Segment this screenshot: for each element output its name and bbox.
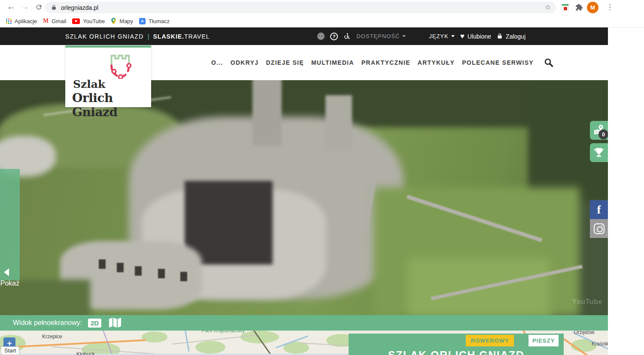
refresh-icon[interactable] [35,3,43,13]
logo-text-line2: Orlich Gniazd [72,91,151,119]
extension-icon[interactable] [562,4,569,11]
bookmarks-bar: Aplikacje M Gmail YouTube Mapy A Tłumacz [0,15,644,27]
accessibility-menu[interactable]: DOSTĘPNOŚĆ [356,33,406,39]
youtube-icon [72,18,80,24]
chevron-down-icon [402,35,406,37]
facebook-button[interactable]: f [590,200,608,219]
show-panel[interactable]: Pokaż [0,169,20,280]
instagram-icon [594,223,605,234]
keep-tower [252,80,282,146]
extensions-puzzle-icon[interactable] [575,3,583,13]
youtube-watermark: YouTube [572,298,602,306]
heart-icon: ♥ [460,33,465,40]
window [99,259,106,269]
search-icon[interactable] [544,57,554,68]
site-logo[interactable]: Szlak Orlich Gniazd [65,45,151,107]
main-nav: O... ODKRYJ DZIEJE SIĘ MULTIMEDIA PRAKTY… [211,45,554,80]
nav-item-multimedia[interactable]: MULTIMEDIA [311,59,354,66]
bookmark-translate[interactable]: A Tłumacz [139,18,170,24]
map-label-krasnik: Kraśnik [592,341,608,347]
trophy-button[interactable] [590,143,608,162]
padlock-icon [497,33,503,39]
url-text: orlegniazda.pl [61,4,98,11]
window [180,272,187,281]
contrast-icon[interactable] [317,33,325,40]
nav-item-artykuly[interactable]: ARTYKUŁY [418,59,455,66]
map-label-krzepice: Krzepice [42,334,62,340]
site-topbar: SZLAK ORLICH GNIAZD | SLASKIE.TRAVEL ? D… [0,27,608,45]
apps-grid-icon [6,18,12,24]
facebook-icon: f [597,203,601,217]
nav-item-o[interactable]: O... [211,59,223,66]
folded-map-button[interactable] [108,318,122,328]
bookmark-youtube[interactable]: YouTube [72,18,105,24]
favorites-link[interactable]: ♥ Ulubione [460,33,491,40]
poland-flag-icon[interactable] [411,33,423,40]
show-panel-label: Pokaż [0,280,22,287]
walk-route-button[interactable]: PIESZY [529,335,559,346]
nav-item-dzieje-sie[interactable]: DZIEJE SIĘ [266,59,304,66]
trail-panel: ROWEROWY PIESZY SZLAK ORLICH GNIAZD [349,334,564,355]
help-icon[interactable]: ? [330,33,338,40]
map-label-klobuck: Kłobuck [76,351,95,355]
map-green-patch [195,341,225,354]
bookmark-gmail[interactable]: M Gmail [43,18,66,24]
castle-route-icon [106,52,135,79]
window [158,269,165,278]
start-tooltip: Start [1,346,19,355]
logo-green-strip [65,45,151,48]
folded-map-icon [108,318,122,328]
map-preview[interactable]: Krzepice Kłobuck Urzędów Kraśnik Park Kr… [0,331,608,355]
side-tower [325,95,352,149]
topbar-partner-link[interactable]: SLASKIE.TRAVEL [153,33,210,40]
bookmark-maps[interactable]: Mapy [111,18,133,25]
trophy-icon [593,147,605,158]
nav-item-odkryj[interactable]: ODKRYJ [231,59,259,66]
map-label-urzedow: Urzędów [574,331,594,335]
map-label-park: Park Krajobrazowy [202,331,245,334]
nav-item-praktycznie[interactable]: PRAKTYCZNIE [361,59,410,66]
profile-avatar[interactable]: M [587,2,598,13]
bookmark-apps[interactable]: Aplikacje [6,18,37,24]
bike-route-button[interactable]: ROWEROWY [466,335,514,346]
login-link[interactable]: Zaloguj [497,33,526,40]
browser-toolbar: ← → orlegniazda.pl ☆ M ⋮ [0,0,644,15]
triangle-left-icon [4,268,9,276]
fullscreen-label: Widok pełnoekranowy: [13,319,82,327]
bookmark-star-icon[interactable]: ☆ [545,3,551,11]
fullscreen-bar: Widok pełnoekranowy: 2D [0,315,608,331]
brand-separator: | [148,33,149,40]
chevron-down-icon [451,35,455,37]
map-river [184,331,189,352]
nav-item-polecane-serwisy[interactable]: POLECANE SERWISY [462,59,534,66]
instagram-button[interactable] [590,219,608,238]
logo-text-line1: Szlak [73,78,105,90]
window [135,266,142,276]
back-icon[interactable]: ← [7,2,15,12]
gmail-icon: M [43,18,49,24]
address-bar[interactable]: orlegniazda.pl ☆ [45,2,556,13]
trail-title: SZLAK ORLICH GNIAZD [349,349,564,355]
topbar-brand[interactable]: SZLAK ORLICH GNIAZD [65,33,144,40]
mode-2d-button[interactable]: 2D [88,319,101,328]
map-counter-badge: 0 [598,129,608,139]
webpage: SZLAK ORLICH GNIAZD | SLASKIE.TRAVEL ? D… [0,27,608,355]
map-road [17,339,146,348]
language-menu[interactable]: JĘZYK [429,33,454,39]
map-green-patch [240,331,279,343]
browser-menu-icon[interactable]: ⋮ [606,3,614,12]
translate-icon: A [139,18,146,24]
wheelchair-icon[interactable] [343,33,351,40]
forward-icon[interactable]: → [21,2,29,12]
courtyard [185,181,273,265]
browser-window: ← → orlegniazda.pl ☆ M ⋮ Aplikacje M [0,0,644,355]
window [117,263,124,272]
maps-pin-icon [111,18,116,25]
lock-icon [51,5,57,10]
